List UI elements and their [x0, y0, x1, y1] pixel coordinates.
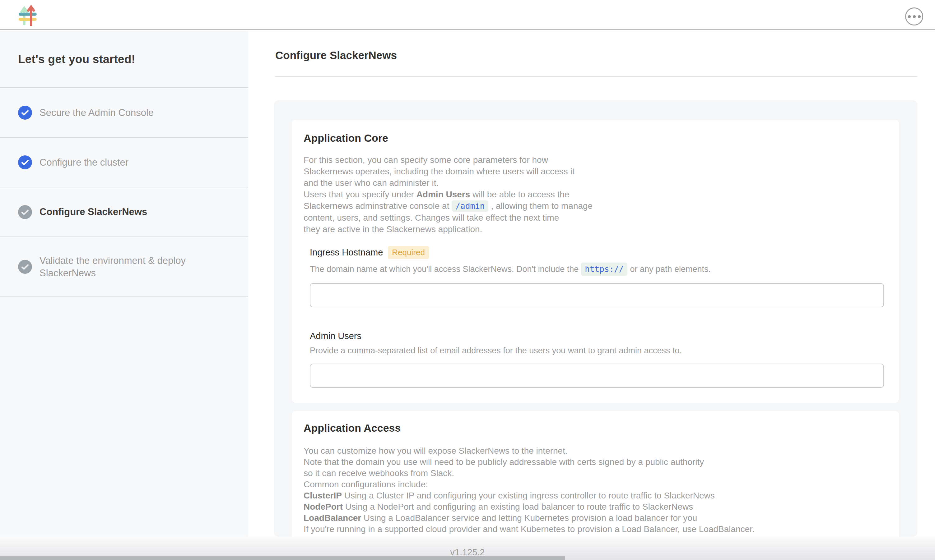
description-line: You can customize how you will expose Sl… [304, 445, 887, 457]
help-text: The domain name at which you'll access S… [310, 263, 579, 275]
description-line: and the user who can administer it. [304, 177, 887, 189]
ellipsis-dot-icon [913, 15, 916, 18]
admin-users-label: Admin Users [310, 331, 361, 341]
description-line: If you're running in a supported cloud p… [304, 524, 887, 535]
description-text: Using a NodePort and configuring an exis… [343, 502, 693, 512]
description-text: will be able to access the [470, 189, 569, 199]
step-complete-check-icon [18, 106, 32, 120]
window-bottom-edge [0, 556, 565, 560]
description-line: For this section, you can specify some c… [304, 154, 887, 166]
description-line: Users that you specify under Admin Users… [304, 189, 887, 200]
nodeport-bold-text: NodePort [304, 502, 343, 512]
application-access-card: Application Access You can customize how… [292, 411, 899, 537]
setup-steps-sidebar: Let's get you started! Secure the Admin … [0, 31, 248, 537]
description-line: content, users, and settings. Changes wi… [304, 212, 887, 223]
description-line: NodePort Using a NodePort and configurin… [304, 501, 887, 512]
ingress-hostname-label: Ingress Hostname [310, 248, 383, 258]
sidebar-title-wrap: Let's get you started! [0, 31, 248, 88]
slackernews-logo-icon [17, 5, 39, 26]
sidebar-step-configure-slackernews[interactable]: Configure SlackerNews [0, 188, 248, 237]
ellipsis-dot-icon [918, 15, 921, 18]
description-line: LoadBalancer Using a LoadBalancer servic… [304, 512, 887, 524]
admin-users-label-row: Admin Users [310, 331, 887, 341]
step-label: Validate the environment & deploy Slacke… [40, 254, 223, 279]
application-core-description: For this section, you can specify some c… [304, 154, 887, 235]
admin-path-code-chip: /admin [452, 200, 488, 212]
ingress-hostname-field-group: Ingress Hostname Required The domain nam… [310, 246, 887, 307]
admin-users-input[interactable] [310, 364, 884, 388]
step-label: Secure the Admin Console [40, 106, 154, 119]
sidebar-title: Let's get you started! [18, 53, 135, 66]
step-pending-check-icon [18, 205, 32, 219]
https-code-chip: https:// [581, 263, 627, 275]
description-line: Slackernews adminstrative console at/adm… [304, 200, 887, 212]
sidebar-step-validate-deploy[interactable]: Validate the environment & deploy Slacke… [0, 237, 248, 297]
step-pending-check-icon [18, 260, 32, 274]
required-badge: Required [388, 246, 429, 259]
description-text: , allowing them to manage [491, 201, 592, 211]
description-line: Common configurations include: [304, 479, 887, 490]
app-root: Let's get you started! Secure the Admin … [0, 0, 935, 560]
description-text: Using a LoadBalancer service and letting… [361, 513, 697, 523]
application-core-card: Application Core For this section, you c… [292, 120, 899, 403]
more-options-button[interactable] [905, 8, 923, 26]
application-access-heading: Application Access [304, 422, 887, 434]
loadbalancer-bold-text: LoadBalancer [304, 513, 361, 523]
ellipsis-dot-icon [908, 15, 911, 18]
ingress-hostname-label-row: Ingress Hostname Required [310, 246, 887, 259]
title-divider [275, 77, 917, 77]
step-complete-check-icon [18, 155, 32, 169]
description-line: Slackernews operates, including the doma… [304, 166, 887, 177]
description-line: so it can receive webhooks from Slack. [304, 468, 887, 479]
top-bar [0, 0, 935, 30]
page-title: Configure SlackerNews [275, 49, 397, 62]
admin-users-help: Provide a comma-separated list of email … [310, 345, 887, 356]
config-panel: Application Core For this section, you c… [274, 100, 917, 537]
step-label: Configure the cluster [40, 156, 128, 169]
description-line: ClusterIP Using a Cluster IP and configu… [304, 490, 887, 501]
admin-users-field-group: Admin Users Provide a comma-separated li… [310, 331, 887, 388]
ingress-hostname-input[interactable] [310, 283, 884, 307]
step-label: Configure SlackerNews [40, 206, 147, 218]
clusterip-bold-text: ClusterIP [304, 491, 342, 500]
application-core-heading: Application Core [304, 132, 887, 144]
application-access-description: You can customize how you will expose Sl… [304, 445, 887, 535]
description-line: they are active in the Slackernews appli… [304, 223, 887, 235]
sidebar-step-configure-cluster[interactable]: Configure the cluster [0, 138, 248, 188]
help-text: Provide a comma-separated list of email … [310, 345, 682, 356]
description-text: Slackernews adminstrative console at [304, 201, 449, 211]
ingress-hostname-help: The domain name at which you'll access S… [310, 263, 887, 275]
admin-users-bold-text: Admin Users [417, 189, 470, 199]
help-text: or any path elements. [630, 263, 711, 275]
description-text: Using a Cluster IP and configuring your … [342, 491, 715, 500]
description-line: Note that the domain you use will need t… [304, 457, 887, 468]
description-text: Users that you specify under [304, 189, 417, 199]
sidebar-step-secure-admin-console[interactable]: Secure the Admin Console [0, 88, 248, 138]
